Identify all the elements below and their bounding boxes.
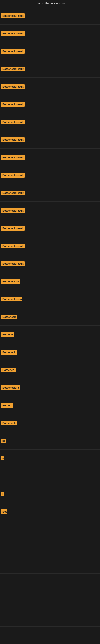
bottleneck-result-tag[interactable]: Bottleneck result: [1, 244, 25, 248]
bottleneck-result-tag[interactable]: Bo: [1, 439, 6, 443]
bottleneck-result-tag[interactable]: Bottleneck resul: [1, 297, 22, 302]
list-item: Bottleneck re: [0, 272, 100, 290]
bottleneck-result-tag[interactable]: Bottleneck result: [1, 155, 25, 160]
list-item: [0, 574, 100, 591]
bottleneck-result-tag[interactable]: |: [1, 492, 4, 496]
list-item: Bottlenec: [0, 361, 100, 379]
list-item: Bottleneck result: [0, 202, 100, 219]
list-item: Bottleneck result: [0, 219, 100, 237]
list-item: [0, 538, 100, 556]
bottleneck-result-tag[interactable]: Bottleneck result: [1, 173, 25, 178]
list-item: Bo: [0, 432, 100, 450]
list-item: Bottleneck: [0, 343, 100, 361]
list-item: Bottlene: [0, 326, 100, 343]
list-item: [0, 609, 100, 627]
bottleneck-result-tag[interactable]: Bottleneck result: [1, 31, 25, 36]
bottleneck-result-tag[interactable]: Bot: [1, 509, 7, 514]
bottleneck-result-tag[interactable]: Bottleneck result: [1, 120, 25, 124]
bottleneck-result-tag[interactable]: Bottleneck re: [1, 279, 20, 284]
list-item: Bottlen: [0, 396, 100, 414]
list-item: [0, 591, 100, 609]
list-item: Bot: [0, 503, 100, 520]
list-item: |: [0, 485, 100, 503]
list-item: Bottleneck result: [0, 131, 100, 148]
list-item: Bottleneck result: [0, 237, 100, 255]
list-item: Bottleneck result: [0, 24, 100, 42]
bottleneck-result-tag[interactable]: B: [1, 456, 4, 460]
list-item: [0, 467, 100, 485]
bottleneck-result-tag[interactable]: Bottlen: [1, 403, 13, 408]
bottleneck-result-tag[interactable]: Bottleneck result: [1, 66, 25, 71]
site-title: TheBottlenecker.com: [0, 0, 100, 7]
bottleneck-result-tag[interactable]: Bottleneck: [1, 421, 17, 426]
bottleneck-result-tag[interactable]: Bottleneck result: [1, 49, 25, 54]
list-item: Bottleneck result: [0, 148, 100, 166]
list-item: B: [0, 450, 100, 467]
bottleneck-result-tag[interactable]: Bottleneck result: [1, 226, 25, 231]
list-item: Bottleneck: [0, 414, 100, 432]
list-item: Bottleneck result: [0, 113, 100, 131]
list-item: [0, 520, 100, 538]
list-item: Bottleneck result: [0, 255, 100, 272]
bottleneck-result-tag[interactable]: Bottleneck: [1, 350, 17, 354]
list-item: Bottleneck result: [0, 60, 100, 78]
bottleneck-result-tag[interactable]: Bottleneck result: [1, 84, 25, 89]
list-item: [0, 556, 100, 574]
bottleneck-result-tag[interactable]: Bottleneck result: [1, 208, 25, 213]
list-item: Bottleneck result: [0, 166, 100, 184]
list-item: Bottleneck result: [0, 7, 100, 24]
list-item: Bottleneck: [0, 308, 100, 326]
list-item: Bottleneck result: [0, 96, 100, 113]
bottleneck-result-tag[interactable]: Bottleneck result: [1, 102, 25, 107]
list-item: Bottleneck resul: [0, 290, 100, 308]
list-item: Bottleneck result: [0, 42, 100, 60]
bottleneck-result-tag[interactable]: Bottlene: [1, 332, 14, 337]
bottleneck-result-tag[interactable]: Bottleneck result: [1, 14, 25, 18]
list-item: Bottleneck re: [0, 379, 100, 396]
list-item: Bottleneck result: [0, 184, 100, 202]
bottleneck-result-tag[interactable]: Bottleneck result: [1, 138, 25, 142]
bottleneck-result-tag[interactable]: Bottleneck result: [1, 262, 25, 266]
bottleneck-result-tag[interactable]: Bottleneck result: [1, 190, 25, 195]
bottleneck-result-tag[interactable]: Bottlenec: [1, 368, 16, 372]
list-item: Bottleneck result: [0, 78, 100, 96]
bottleneck-result-tag[interactable]: Bottleneck: [1, 314, 17, 319]
bottleneck-result-tag[interactable]: Bottleneck re: [1, 386, 20, 390]
